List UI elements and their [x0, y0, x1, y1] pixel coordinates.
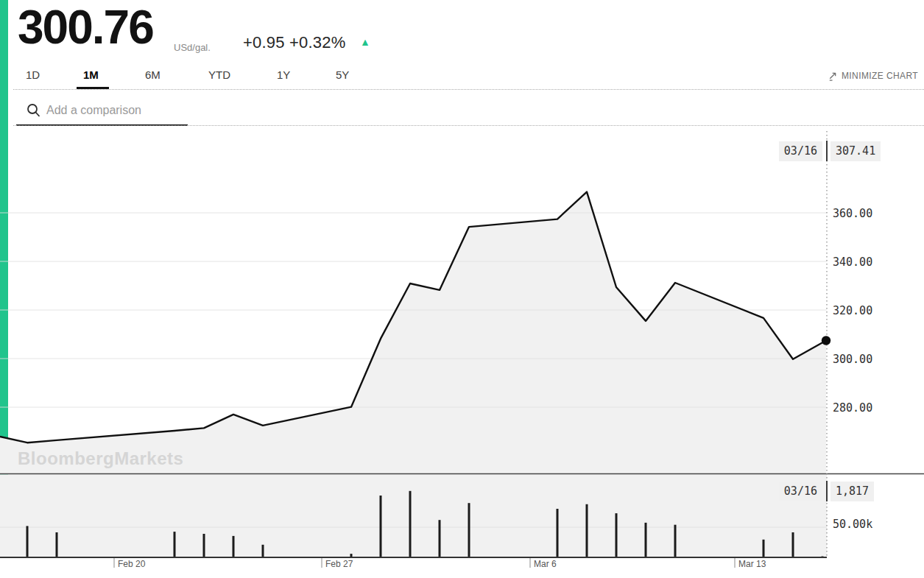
price-axis-tick-label: 320.00: [833, 304, 872, 317]
price-area: [0, 192, 826, 473]
volume-bar: [203, 534, 205, 557]
volume-bar: [380, 496, 382, 557]
volume-bar: [409, 491, 412, 557]
volume-bar: [645, 523, 647, 557]
volume-bar: [439, 520, 441, 557]
volume-bar: [674, 525, 677, 557]
last-trade-marker: [822, 336, 830, 345]
price-axis-tick-label: 360.00: [833, 207, 872, 220]
volume-bar: [262, 545, 264, 557]
date-axis-tick-label: Feb 20: [118, 559, 145, 569]
bloomberg-chart-page: 300.76 USd/gal. +0.95 +0.32% ▲ 1D 1M 6M …: [0, 0, 924, 578]
volume-pane-bg: [0, 474, 827, 557]
volume-bar: [616, 513, 618, 557]
date-axis-tick-label: Mar 13: [738, 559, 766, 569]
price-axis-tick-label: 300.00: [833, 353, 872, 366]
price-axis-tick-label: 280.00: [833, 401, 872, 415]
volume-bar: [792, 532, 794, 557]
date-axis-tick-label: Feb 27: [325, 559, 353, 569]
volume-bar: [27, 526, 29, 557]
volume-axis-label: 50.00k: [833, 518, 872, 531]
watermark: BloombergMarkets: [18, 448, 183, 469]
date-axis-tick-label: Mar 6: [534, 559, 557, 569]
crosshair-volume-value: 1,817: [830, 482, 874, 501]
volume-bar: [56, 532, 58, 557]
volume-bar: [557, 509, 559, 557]
volume-bar: [763, 540, 765, 557]
volume-bar: [468, 503, 470, 557]
volume-bar: [233, 536, 235, 557]
crosshair-price-date: 03/16: [779, 141, 822, 161]
crosshair-price-value: 307.41: [830, 141, 881, 161]
price-axis-tick-label: 340.00: [833, 255, 872, 269]
volume-bar: [174, 532, 176, 557]
crosshair-volume-date: 03/16: [779, 482, 822, 501]
volume-bar: [586, 504, 588, 557]
